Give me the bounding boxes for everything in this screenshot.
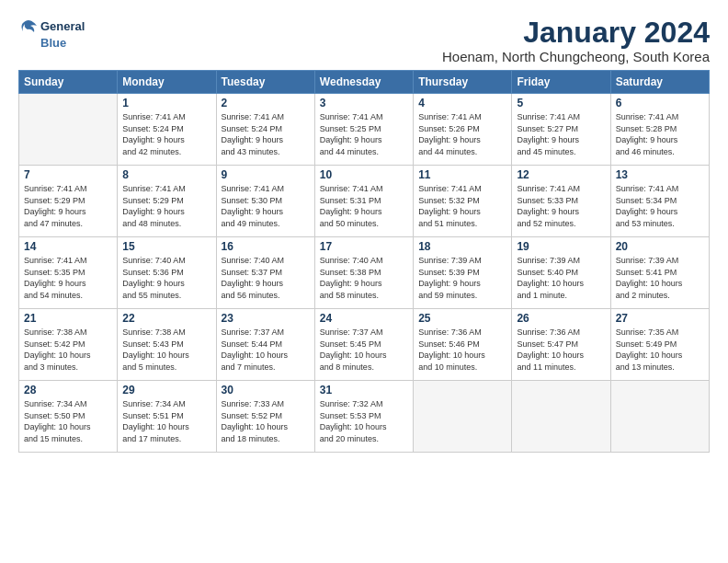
day-number: 19 [517,240,605,253]
day-number: 6 [616,97,704,109]
day-info: Sunrise: 7:37 AM Sunset: 5:45 PM Dayligh… [320,327,408,373]
calendar-cell: 5Sunrise: 7:41 AM Sunset: 5:27 PM Daylig… [512,94,610,166]
day-info: Sunrise: 7:32 AM Sunset: 5:53 PM Dayligh… [320,398,408,444]
calendar-cell: 21Sunrise: 7:38 AM Sunset: 5:42 PM Dayli… [19,309,118,381]
calendar-cell: 18Sunrise: 7:39 AM Sunset: 5:39 PM Dayli… [414,237,512,309]
header-friday: Friday [512,71,610,94]
title-block: January 2024 Hoenam, North Chungcheong, … [442,17,710,64]
day-number: 23 [222,312,310,325]
day-info: Sunrise: 7:41 AM Sunset: 5:28 PM Dayligh… [616,111,704,157]
calendar-cell [19,94,118,166]
header-sunday: Sunday [19,71,118,94]
day-number: 9 [222,168,310,181]
calendar-cell: 23Sunrise: 7:37 AM Sunset: 5:44 PM Dayli… [216,309,314,381]
day-number: 12 [517,168,605,181]
day-number: 25 [418,312,506,325]
day-number: 15 [122,240,210,253]
day-number: 11 [418,168,506,181]
calendar-cell: 14Sunrise: 7:41 AM Sunset: 5:35 PM Dayli… [19,237,118,309]
day-info: Sunrise: 7:34 AM Sunset: 5:50 PM Dayligh… [24,398,112,444]
header-wednesday: Wednesday [314,71,413,94]
day-number: 7 [24,168,112,181]
day-number: 18 [418,240,506,253]
calendar-cell: 8Sunrise: 7:41 AM Sunset: 5:29 PM Daylig… [118,166,216,237]
page: General Blue January 2024 Hoenam, North … [0,0,728,563]
day-number: 21 [24,312,112,325]
calendar-cell: 13Sunrise: 7:41 AM Sunset: 5:34 PM Dayli… [610,166,709,237]
day-info: Sunrise: 7:41 AM Sunset: 5:24 PM Dayligh… [122,111,210,157]
calendar-cell: 17Sunrise: 7:40 AM Sunset: 5:38 PM Dayli… [314,237,413,309]
calendar-cell: 2Sunrise: 7:41 AM Sunset: 5:24 PM Daylig… [216,94,314,166]
calendar-header-row: SundayMondayTuesdayWednesdayThursdayFrid… [19,71,710,94]
calendar-cell: 16Sunrise: 7:40 AM Sunset: 5:37 PM Dayli… [216,237,314,309]
logo-text-general: General [40,20,85,34]
week-row-0: 1Sunrise: 7:41 AM Sunset: 5:24 PM Daylig… [19,94,710,166]
day-number: 8 [122,168,210,181]
day-info: Sunrise: 7:41 AM Sunset: 5:27 PM Dayligh… [517,111,605,157]
calendar-cell: 10Sunrise: 7:41 AM Sunset: 5:31 PM Dayli… [314,166,413,237]
day-info: Sunrise: 7:36 AM Sunset: 5:46 PM Dayligh… [418,327,506,373]
calendar-cell: 26Sunrise: 7:36 AM Sunset: 5:47 PM Dayli… [512,309,610,381]
day-number: 13 [616,168,704,181]
day-info: Sunrise: 7:40 AM Sunset: 5:36 PM Dayligh… [122,255,210,301]
calendar-table: SundayMondayTuesdayWednesdayThursdayFrid… [18,70,710,453]
day-info: Sunrise: 7:41 AM Sunset: 5:29 PM Dayligh… [122,183,210,229]
calendar-cell: 22Sunrise: 7:38 AM Sunset: 5:43 PM Dayli… [118,309,216,381]
day-info: Sunrise: 7:33 AM Sunset: 5:52 PM Dayligh… [222,398,310,444]
day-info: Sunrise: 7:41 AM Sunset: 5:26 PM Dayligh… [418,111,506,157]
week-row-2: 14Sunrise: 7:41 AM Sunset: 5:35 PM Dayli… [19,237,710,309]
day-info: Sunrise: 7:41 AM Sunset: 5:25 PM Dayligh… [320,111,408,157]
calendar-cell: 9Sunrise: 7:41 AM Sunset: 5:30 PM Daylig… [216,166,314,237]
calendar-cell: 19Sunrise: 7:39 AM Sunset: 5:40 PM Dayli… [512,237,610,309]
calendar-cell: 11Sunrise: 7:41 AM Sunset: 5:32 PM Dayli… [414,166,512,237]
day-info: Sunrise: 7:40 AM Sunset: 5:37 PM Dayligh… [222,255,310,301]
calendar-subtitle: Hoenam, North Chungcheong, South Korea [442,49,710,64]
day-number: 28 [24,384,112,396]
calendar-cell: 20Sunrise: 7:39 AM Sunset: 5:41 PM Dayli… [610,237,709,309]
day-info: Sunrise: 7:35 AM Sunset: 5:49 PM Dayligh… [616,327,704,373]
day-number: 26 [517,312,605,325]
header-saturday: Saturday [610,71,709,94]
calendar-cell: 25Sunrise: 7:36 AM Sunset: 5:46 PM Dayli… [414,309,512,381]
week-row-4: 28Sunrise: 7:34 AM Sunset: 5:50 PM Dayli… [19,381,710,453]
day-number: 22 [122,312,210,325]
day-number: 4 [418,97,506,109]
calendar-cell: 12Sunrise: 7:41 AM Sunset: 5:33 PM Dayli… [512,166,610,237]
calendar-cell [610,381,709,453]
calendar-cell [512,381,610,453]
calendar-cell: 15Sunrise: 7:40 AM Sunset: 5:36 PM Dayli… [118,237,216,309]
day-number: 24 [320,312,408,325]
header-monday: Monday [118,71,216,94]
day-number: 16 [222,240,310,253]
day-info: Sunrise: 7:41 AM Sunset: 5:34 PM Dayligh… [616,183,704,229]
day-number: 20 [616,240,704,253]
calendar-cell: 6Sunrise: 7:41 AM Sunset: 5:28 PM Daylig… [610,94,709,166]
calendar-cell: 29Sunrise: 7:34 AM Sunset: 5:51 PM Dayli… [118,381,216,453]
day-number: 1 [122,97,210,109]
day-info: Sunrise: 7:36 AM Sunset: 5:47 PM Dayligh… [517,327,605,373]
logo: General Blue [18,17,85,51]
day-number: 3 [320,97,408,109]
day-info: Sunrise: 7:41 AM Sunset: 5:33 PM Dayligh… [517,183,605,229]
day-info: Sunrise: 7:37 AM Sunset: 5:44 PM Dayligh… [222,327,310,373]
day-number: 31 [320,384,408,396]
calendar-cell: 28Sunrise: 7:34 AM Sunset: 5:50 PM Dayli… [19,381,118,453]
day-info: Sunrise: 7:39 AM Sunset: 5:39 PM Dayligh… [418,255,506,301]
day-info: Sunrise: 7:41 AM Sunset: 5:32 PM Dayligh… [418,183,506,229]
calendar-cell [414,381,512,453]
day-info: Sunrise: 7:34 AM Sunset: 5:51 PM Dayligh… [122,398,210,444]
day-number: 29 [122,384,210,396]
day-info: Sunrise: 7:39 AM Sunset: 5:40 PM Dayligh… [517,255,605,301]
calendar-cell: 24Sunrise: 7:37 AM Sunset: 5:45 PM Dayli… [314,309,413,381]
calendar-cell: 4Sunrise: 7:41 AM Sunset: 5:26 PM Daylig… [414,94,512,166]
calendar-cell: 1Sunrise: 7:41 AM Sunset: 5:24 PM Daylig… [118,94,216,166]
day-info: Sunrise: 7:41 AM Sunset: 5:29 PM Dayligh… [24,183,112,229]
day-number: 27 [616,312,704,325]
day-info: Sunrise: 7:40 AM Sunset: 5:38 PM Dayligh… [320,255,408,301]
header-tuesday: Tuesday [216,71,314,94]
day-number: 10 [320,168,408,181]
day-number: 30 [222,384,310,396]
day-number: 5 [517,97,605,109]
day-number: 2 [222,97,310,109]
week-row-3: 21Sunrise: 7:38 AM Sunset: 5:42 PM Dayli… [19,309,710,381]
